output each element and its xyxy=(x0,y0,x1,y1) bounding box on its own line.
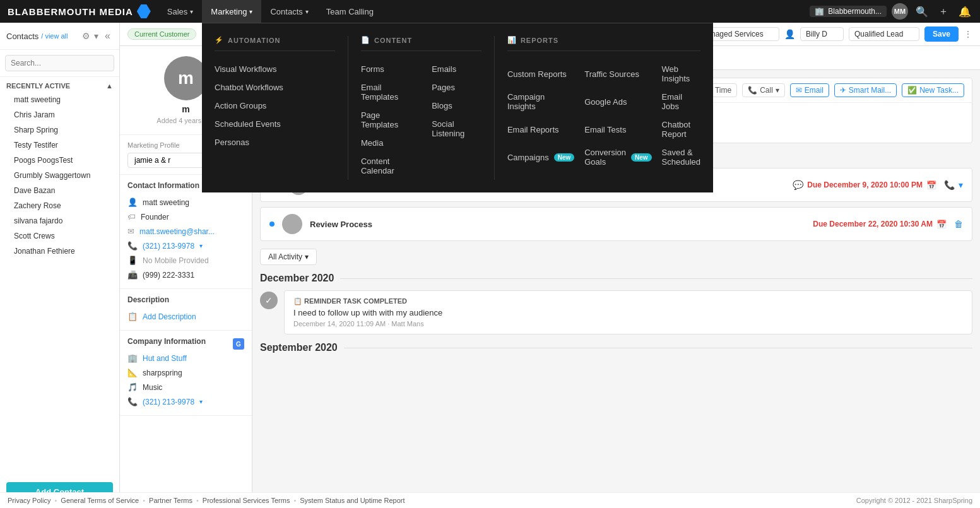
calendar-icon[interactable]: 📅 xyxy=(936,220,947,229)
account-badge[interactable]: 🏢 Blabbermouth... xyxy=(810,6,887,17)
footer-link-partner[interactable]: Partner Terms xyxy=(149,497,192,504)
smart-mail-button[interactable]: ✈ Smart Mail... xyxy=(834,83,897,97)
sidebar-controls: ⚙ ▾ « xyxy=(82,28,113,44)
dropdown-item-email-templates[interactable]: Email Templates xyxy=(361,78,416,106)
footer-link-professional[interactable]: Professional Services Terms xyxy=(203,497,290,504)
reports-header: 📊 REPORTS xyxy=(507,36,700,51)
contact-list: matt sweeting Chris Jaram Sharp Spring T… xyxy=(0,92,119,476)
task-due-text: Due December 22, 2020 10:30 AM xyxy=(813,220,933,228)
dropdown-item-chatbot-workflows[interactable]: Chatbot Workflows xyxy=(215,78,335,97)
footer-link-terms[interactable]: General Terms of Service xyxy=(61,497,139,504)
dropdown-item-pages[interactable]: Pages xyxy=(432,78,481,97)
dropdown-item-saved-scheduled[interactable]: Saved & Scheduled xyxy=(662,143,700,171)
chevron-down-icon[interactable]: ▾ xyxy=(199,242,203,249)
panel-row-fax: 📠 (999) 222-3331 xyxy=(127,268,244,282)
person-icon: 👤 xyxy=(127,198,138,207)
search-box xyxy=(0,50,119,77)
contact-dot xyxy=(6,234,10,238)
footer-link-status[interactable]: System Status and Uptime Report xyxy=(300,497,404,504)
add-icon[interactable]: ＋ xyxy=(936,3,951,21)
chevron-down-icon[interactable]: ▾ xyxy=(199,398,203,405)
dropdown-item-web-insights[interactable]: Web Insights xyxy=(662,60,700,88)
collapse-icon[interactable]: « xyxy=(102,28,113,44)
campaigns-new-badge: New xyxy=(554,153,575,162)
save-button[interactable]: Save xyxy=(924,27,959,42)
recently-active-label[interactable]: RECENTLY ACTIVE ▲ xyxy=(0,77,119,92)
dropdown-item-email-jobs[interactable]: Email Jobs xyxy=(662,88,700,115)
dropdown-item-scheduled-events[interactable]: Scheduled Events xyxy=(215,115,335,133)
list-item[interactable]: matt sweeting xyxy=(0,92,119,107)
dropdown-item-forms[interactable]: Forms xyxy=(361,60,416,78)
dropdown-item-blogs[interactable]: Blogs xyxy=(432,97,481,115)
dropdown-item-custom-reports[interactable]: Custom Reports xyxy=(507,60,574,88)
dropdown-item-email-reports[interactable]: Email Reports xyxy=(507,115,574,143)
panel-row-email[interactable]: ✉ matt.sweeting@shar... xyxy=(127,224,244,239)
phone-icon[interactable]: 📞 xyxy=(944,180,955,190)
dropdown-item-conversion-goals[interactable]: Conversion Goals New xyxy=(584,143,651,171)
list-item[interactable]: silvana fajardo xyxy=(0,213,119,228)
dropdown-item-google-ads[interactable]: Google Ads xyxy=(584,88,651,115)
nav-item-sales[interactable]: Sales ▾ xyxy=(158,0,203,23)
dropdown-item-campaign-insights[interactable]: Campaign Insights xyxy=(507,88,574,115)
dropdown-item-media[interactable]: Media xyxy=(361,134,416,152)
tag-icon: 🏷 xyxy=(127,212,136,222)
list-item[interactable]: Scott Crews xyxy=(0,228,119,244)
list-item[interactable]: Poogs PoogsTest xyxy=(0,153,119,168)
list-item[interactable]: Grumbly Swaggertown xyxy=(0,168,119,183)
dropdown-item-campaigns[interactable]: Campaigns New xyxy=(507,143,574,171)
list-item[interactable]: Testy Testifer xyxy=(0,138,119,153)
email-icon: ✉ xyxy=(127,227,134,236)
dropdown-item-action-groups[interactable]: Action Groups xyxy=(215,97,335,115)
dropdown-item-personas[interactable]: Personas xyxy=(215,133,335,151)
dropdown-item-content-calendar[interactable]: Content Calendar xyxy=(361,152,416,180)
content-icon: 📄 xyxy=(361,36,370,44)
notifications-icon[interactable]: 🔔 xyxy=(956,3,974,20)
chevron-down-icon: ▾ xyxy=(249,8,252,15)
panel-row-company-phone[interactable]: 📞 (321) 213-9978 ▾ xyxy=(127,394,244,409)
google-icon: G xyxy=(233,338,244,350)
list-item[interactable]: Jonathan Fethiere xyxy=(0,244,119,259)
add-description-button[interactable]: Add Description xyxy=(143,312,196,321)
dropdown-item-traffic-sources[interactable]: Traffic Sources xyxy=(584,60,651,88)
panel-row-phone[interactable]: 📞 (321) 213-9978 ▾ xyxy=(127,239,244,253)
dropdown-item-emails[interactable]: Emails xyxy=(432,60,481,78)
more-icon[interactable]: ▾ xyxy=(94,31,98,41)
settings-icon[interactable]: ⚙ xyxy=(82,31,90,41)
calendar-icon[interactable]: 📅 xyxy=(926,180,936,190)
task-actions: 🗑 xyxy=(954,219,963,229)
list-item[interactable]: Sharp Spring xyxy=(0,122,119,138)
search-icon[interactable]: 🔍 xyxy=(913,3,931,20)
owner-select[interactable]: Billy D xyxy=(800,27,844,41)
call-button[interactable]: 📞 Call ▾ xyxy=(742,83,785,97)
sidebar-view-all[interactable]: / view all xyxy=(41,32,68,40)
footer-link-privacy[interactable]: Privacy Policy xyxy=(8,497,50,504)
panel-row-company[interactable]: 🏢 Hut and Stuff xyxy=(127,351,244,365)
list-item[interactable]: Zachery Rose xyxy=(0,198,119,213)
nav-items: Sales ▾ Marketing ▾ Contacts ▾ Team Call… xyxy=(158,0,810,23)
dropdown-item-page-templates[interactable]: Page Templates xyxy=(361,106,416,134)
dropdown-item-visual-workflows[interactable]: Visual Workflows xyxy=(215,60,335,78)
search-input[interactable] xyxy=(5,55,114,71)
dropdown-item-chatbot-report[interactable]: Chatbot Report xyxy=(662,115,700,143)
user-avatar[interactable]: MM xyxy=(892,3,908,20)
activity-filter-button[interactable]: All Activity ▾ xyxy=(260,249,317,265)
nav-item-team-calling[interactable]: Team Calling xyxy=(317,0,382,23)
month-label-september: September 2020 xyxy=(260,342,972,353)
send-icon: ✈ xyxy=(840,86,846,95)
email-button[interactable]: ✉ Email xyxy=(790,83,829,97)
dropdown-content-column: 📄 CONTENT Forms Email Templates Page Tem… xyxy=(348,36,495,180)
lead-select[interactable]: Qualified Lead xyxy=(849,27,919,41)
delete-icon[interactable]: 🗑 xyxy=(954,219,963,229)
dropdown-item-email-tests[interactable]: Email Tests xyxy=(584,115,651,143)
activity-card: ✓ 📋 REMINDER TASK COMPLETED I need to fo… xyxy=(260,290,972,334)
nav-item-marketing[interactable]: Marketing ▾ xyxy=(202,0,261,23)
contact-dot xyxy=(6,158,10,162)
conversion-goals-new-badge: New xyxy=(631,153,652,162)
chevron-down-icon[interactable]: ▾ xyxy=(959,180,963,190)
list-item[interactable]: Chris Jaram xyxy=(0,107,119,122)
more-options-icon[interactable]: ⋮ xyxy=(964,29,972,39)
dropdown-item-social-listening[interactable]: Social Listening xyxy=(432,115,481,143)
list-item[interactable]: Dave Bazan xyxy=(0,183,119,198)
nav-item-contacts[interactable]: Contacts ▾ xyxy=(261,0,317,23)
new-task-button[interactable]: ✅ New Task... xyxy=(902,83,964,97)
